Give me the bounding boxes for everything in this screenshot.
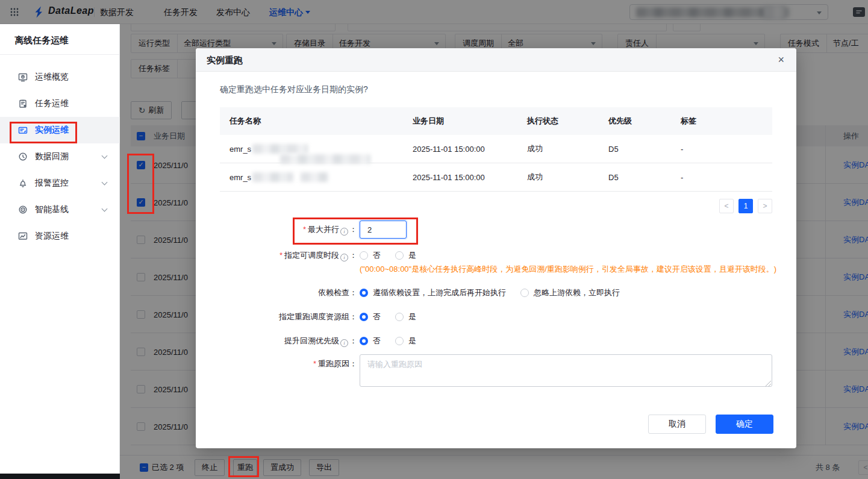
target-icon <box>18 205 28 214</box>
rerun-instance-modal: 实例重跑 × 确定重跑选中任务对应业务日期的实例? 任务名称 业务日期 执行状态… <box>196 48 796 448</box>
form-row-resource-group: 指定重跑调度资源组： 否 是 <box>220 311 772 323</box>
screen: DataLeap 数据开发 任务开发 发布中心 运维中心 离线任务运维 运维概览… <box>0 0 868 479</box>
field-label: 依赖检查： <box>220 287 357 299</box>
modal-header: 实例重跑 × <box>196 48 796 72</box>
sidebar-item-instance-ops[interactable]: 实例运维 <box>0 117 120 143</box>
radio-option-follow-deps[interactable]: 遵循依赖设置，上游完成后再开始执行 <box>360 287 506 299</box>
sidebar-item-label: 数据回溯 <box>35 151 69 162</box>
col-task-name: 任务名称 <box>229 116 261 127</box>
modal-table-row: emr_s 2025-11-01 15:00:00 成功 D5 - <box>220 135 772 163</box>
form-row-dependency-check: 依赖检查： 遵循依赖设置，上游完成后再开始执行 忽略上游依赖，立即执行 <box>220 287 772 299</box>
radio-option-yes[interactable]: 是 <box>395 311 416 323</box>
field-label: 提升回溯优先级i： <box>220 335 357 347</box>
sidebar-item-task-ops[interactable]: 任务运维 <box>0 90 120 117</box>
sidebar-item-label: 资源运维 <box>35 231 69 242</box>
field-label: *最大并行i： <box>220 224 357 236</box>
col-exec-status: 执行状态 <box>527 116 558 127</box>
sidebar-item-alarm-monitor[interactable]: 报警监控 <box>0 170 120 196</box>
priority: D5 <box>608 173 619 182</box>
radio-icon <box>360 289 368 297</box>
alarm-bell-icon <box>18 178 28 188</box>
modal-table-row: emr_s 2025-11-01 15:00:00 成功 D5 - <box>220 163 772 192</box>
redacted-task-name <box>280 154 370 164</box>
sidebar-item-smart-baseline[interactable]: 智能基线 <box>0 196 120 223</box>
form-row-priority-boost: 提升回溯优先级i： 否 是 <box>220 335 772 347</box>
exec-status: 成功 <box>527 143 543 154</box>
task-name: emr_s <box>229 172 328 182</box>
next-page-button[interactable]: > <box>758 199 772 213</box>
redacted-task-name <box>252 172 293 182</box>
radio-option-yes[interactable]: 是 <box>395 335 416 347</box>
sidebar-menu: 运维概览 任务运维 实例运维 数据回溯 报警监控 智能 <box>0 64 120 249</box>
exec-status: 成功 <box>527 172 543 183</box>
field-label: *指定可调度时段i： <box>220 249 357 261</box>
task-name: emr_s <box>229 144 308 154</box>
form-row-schedule-window: *指定可调度时段i： 否 是 <box>220 249 772 261</box>
radio-option-no[interactable]: 否 <box>360 311 381 323</box>
sidebar-item-resource-ops[interactable]: 资源运维 <box>0 223 120 249</box>
chevron-down-icon <box>102 206 108 212</box>
prev-page-button[interactable]: < <box>719 199 734 213</box>
redacted-task-name <box>252 144 308 154</box>
radio-option-yes[interactable]: 是 <box>395 249 416 261</box>
divider <box>0 54 120 55</box>
modal-overlay <box>0 0 868 24</box>
sidebar-item-label: 实例运维 <box>35 125 69 136</box>
priority: D5 <box>608 145 619 154</box>
tag: - <box>681 145 683 154</box>
chevron-down-icon <box>102 180 108 186</box>
sidebar-title: 离线任务运维 <box>14 35 69 46</box>
current-page[interactable]: 1 <box>738 199 753 213</box>
redacted-task-name <box>301 172 328 182</box>
bottom-edge-strip <box>0 474 120 479</box>
dashboard-icon <box>18 72 28 82</box>
radio-icon <box>395 337 404 345</box>
cancel-button[interactable]: 取消 <box>648 415 706 434</box>
next-icon: > <box>763 202 767 210</box>
instance-panel-icon <box>18 125 28 135</box>
info-icon: i <box>340 339 348 347</box>
info-icon: i <box>340 228 348 236</box>
field-label: *重跑原因： <box>220 358 357 370</box>
form-row-max-parallel: *最大并行i： <box>220 221 772 239</box>
sidebar-item-label: 智能基线 <box>35 204 69 215</box>
sidebar: 离线任务运维 运维概览 任务运维 实例运维 数据回溯 报警监控 <box>0 24 120 479</box>
radio-icon <box>395 313 404 321</box>
info-icon: i <box>340 254 348 261</box>
history-clock-icon <box>18 152 28 161</box>
close-icon[interactable]: × <box>778 52 784 67</box>
sidebar-item-label: 报警监控 <box>35 178 69 189</box>
col-business-date: 业务日期 <box>413 116 444 127</box>
modal-table: 任务名称 业务日期 执行状态 优先级 标签 emr_s 2025-11-01 1… <box>220 107 772 192</box>
radio-icon <box>360 251 368 260</box>
field-label: 指定重跑调度资源组： <box>220 311 357 323</box>
col-priority: 优先级 <box>608 116 632 127</box>
prev-icon: < <box>724 202 728 210</box>
max-parallel-input[interactable] <box>360 221 407 239</box>
confirm-button[interactable]: 确定 <box>716 415 773 434</box>
radio-icon <box>360 337 368 345</box>
radio-icon <box>520 289 529 297</box>
modal-table-header: 任务名称 业务日期 执行状态 优先级 标签 <box>220 107 772 135</box>
radio-option-no[interactable]: 否 <box>360 335 381 347</box>
sidebar-item-label: 运维概览 <box>35 72 69 83</box>
rerun-reason-textarea[interactable] <box>360 354 772 387</box>
sidebar-item-ops-overview[interactable]: 运维概览 <box>0 64 120 90</box>
col-tag: 标签 <box>681 116 696 127</box>
radio-icon <box>395 251 404 260</box>
business-date: 2025-11-01 15:00:00 <box>413 145 485 154</box>
schedule-window-note: ("00:00~08:00"是核心任务执行高峰时段，为避免回溯/重跑影响例行，引… <box>360 264 776 275</box>
radio-icon <box>360 313 368 321</box>
modal-pagination: < 1 > <box>719 199 772 213</box>
sidebar-item-data-backfill[interactable]: 数据回溯 <box>0 143 120 170</box>
clipboard-icon <box>18 99 28 108</box>
chevron-down-icon <box>102 153 108 159</box>
radio-option-ignore-deps[interactable]: 忽略上游依赖，立即执行 <box>520 287 620 299</box>
chart-icon <box>18 231 28 241</box>
business-date: 2025-11-01 15:00:00 <box>413 173 485 182</box>
radio-option-no[interactable]: 否 <box>360 249 381 261</box>
modal-title: 实例重跑 <box>207 48 243 72</box>
modal-prompt: 确定重跑选中任务对应业务日期的实例? <box>220 84 368 95</box>
sidebar-item-label: 任务运维 <box>35 98 69 109</box>
tag: - <box>681 173 683 182</box>
